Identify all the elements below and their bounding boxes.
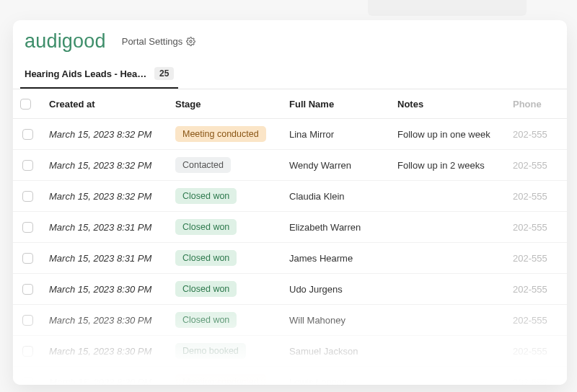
cell-stage: Closed won	[168, 212, 282, 243]
cell-created-at: March 15, 2023 8:31 PM	[42, 212, 168, 243]
cell-created-at: March 15, 2023 8:32 PM	[42, 119, 168, 150]
cell-full-name: Lina Mirror	[282, 119, 390, 150]
stage-badge: Closed won	[175, 281, 237, 297]
row-checkbox[interactable]	[22, 377, 33, 385]
cell-stage: Closed won	[168, 243, 282, 274]
cell-full-name: Will Mahoney	[282, 305, 390, 336]
cell-created-at: March 15, 2023 8:32 PM	[42, 181, 168, 212]
tab-count-badge: 25	[154, 67, 174, 80]
cell-notes: Follow up in one week	[390, 119, 506, 150]
stage-badge: Meeting conducted	[175, 374, 266, 385]
row-checkbox[interactable]	[22, 253, 33, 264]
column-header-checkbox	[13, 89, 42, 119]
table-row[interactable]: March 15, 2023 8:30 PMDemo bookedSamuel …	[13, 336, 567, 367]
cell-phone: 202-555	[506, 212, 567, 243]
row-checkbox[interactable]	[22, 346, 33, 357]
tab-bar: Hearing Aids Leads - Hearin… 25	[13, 57, 567, 89]
cell-notes	[390, 274, 506, 305]
cell-notes	[390, 212, 506, 243]
table-row[interactable]: March 15, 2023 8:32 PMMeeting conductedL…	[13, 119, 567, 150]
cell-full-name: James Hearme	[282, 243, 390, 274]
cell-stage: Demo booked	[168, 336, 282, 367]
column-header-created[interactable]: Created at	[42, 89, 168, 119]
cell-phone: 202-555	[506, 150, 567, 181]
stage-badge: Demo booked	[175, 343, 246, 359]
leads-table: Created at Stage Full Name Notes Phone M…	[13, 89, 567, 385]
panel-header: audigood Portal Settings	[13, 20, 567, 57]
cell-stage: Closed won	[168, 181, 282, 212]
stage-badge: Closed won	[175, 219, 237, 235]
cell-phone: 202-555	[506, 336, 567, 367]
cell-created-at: March 15, 2023 8:30 PM	[42, 274, 168, 305]
leads-panel: audigood Portal Settings Hearing Aids Le…	[13, 20, 567, 385]
select-all-checkbox[interactable]	[20, 99, 31, 110]
cell-phone: 202-555	[506, 367, 567, 385]
column-header-full-name[interactable]: Full Name	[282, 89, 390, 119]
cell-created-at: March 15, 2023 8:31 PM	[42, 243, 168, 274]
cell-notes: Follow up in 2 weeks	[390, 150, 506, 181]
stage-badge: Closed won	[175, 250, 237, 266]
column-header-stage[interactable]: Stage	[168, 89, 282, 119]
cell-stage: Closed won	[168, 305, 282, 336]
stage-badge: Closed won	[175, 312, 237, 328]
table-row[interactable]: March 15, 2023 8:31 PMClosed wonJames He…	[13, 243, 567, 274]
background-decoration	[368, 0, 527, 16]
cell-created-at: March 15, 2023 8:32 PM	[42, 150, 168, 181]
portal-settings-link[interactable]: Portal Settings	[122, 36, 196, 47]
svg-point-0	[190, 40, 192, 43]
stage-badge: Meeting conducted	[175, 126, 266, 142]
row-checkbox[interactable]	[22, 315, 33, 326]
tab-hearing-aids-leads[interactable]: Hearing Aids Leads - Hearin… 25	[20, 61, 178, 89]
cell-phone: 202-555	[506, 305, 567, 336]
stage-badge: Contacted	[175, 157, 231, 173]
tab-label: Hearing Aids Leads - Hearin…	[25, 68, 147, 79]
table-row[interactable]: March 15, 2023 8:32 PMContactedWendy War…	[13, 150, 567, 181]
cell-stage: Closed won	[168, 274, 282, 305]
cell-phone: 202-555	[506, 243, 567, 274]
cell-created-at: March 15, 2023 8:30 PM	[42, 305, 168, 336]
cell-phone: 202-555	[506, 119, 567, 150]
cell-full-name: Udo Jurgens	[282, 274, 390, 305]
row-checkbox[interactable]	[22, 129, 33, 140]
row-checkbox[interactable]	[22, 284, 33, 295]
table-header-row: Created at Stage Full Name Notes Phone	[13, 89, 567, 119]
gear-icon	[186, 37, 195, 46]
cell-created-at: March 15, 2023 8:30 PM	[42, 336, 168, 367]
table-row[interactable]: March 15, 2023 8:31 PMClosed wonElizabet…	[13, 212, 567, 243]
cell-notes	[390, 367, 506, 385]
cell-notes	[390, 181, 506, 212]
table-row[interactable]: March 15, 2023 8:32 PMClosed wonClaudia …	[13, 181, 567, 212]
portal-settings-label: Portal Settings	[122, 36, 183, 47]
table-row[interactable]: March 15, 2023 8:30 PMMeeting conductedL…	[13, 367, 567, 385]
cell-notes	[390, 305, 506, 336]
cell-full-name: Elizabeth Warren	[282, 212, 390, 243]
cell-stage: Contacted	[168, 150, 282, 181]
brand-logo: audigood	[25, 30, 106, 53]
table-row[interactable]: March 15, 2023 8:30 PMClosed wonUdo Jurg…	[13, 274, 567, 305]
cell-phone: 202-555	[506, 274, 567, 305]
cell-full-name: Claudia Klein	[282, 181, 390, 212]
cell-phone: 202-555	[506, 181, 567, 212]
table-row[interactable]: March 15, 2023 8:30 PMClosed wonWill Mah…	[13, 305, 567, 336]
column-header-notes[interactable]: Notes	[390, 89, 506, 119]
row-checkbox[interactable]	[22, 160, 33, 171]
cell-full-name: Samuel Jackson	[282, 336, 390, 367]
cell-notes	[390, 336, 506, 367]
cell-stage: Meeting conducted	[168, 367, 282, 385]
row-checkbox[interactable]	[22, 222, 33, 233]
cell-full-name: Lewis Lennox	[282, 367, 390, 385]
stage-badge: Closed won	[175, 188, 237, 204]
cell-created-at: March 15, 2023 8:30 PM	[42, 367, 168, 385]
column-header-phone[interactable]: Phone	[506, 89, 567, 119]
cell-full-name: Wendy Warren	[282, 150, 390, 181]
cell-notes	[390, 243, 506, 274]
cell-stage: Meeting conducted	[168, 119, 282, 150]
row-checkbox[interactable]	[22, 191, 33, 202]
